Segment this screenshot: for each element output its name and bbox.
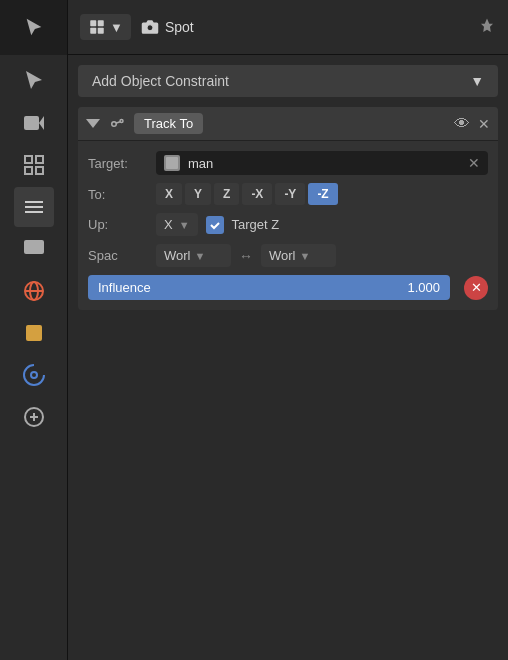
to-label: To: (88, 187, 148, 202)
space-label: Spac (88, 248, 148, 263)
add-constraint-chevron: ▼ (470, 73, 484, 89)
target-object-icon (164, 155, 180, 171)
space-left-dropdown[interactable]: Worl ▼ (156, 244, 231, 267)
topbar-title: Spot (165, 19, 194, 35)
svg-rect-2 (25, 156, 32, 163)
svg-rect-16 (98, 28, 104, 34)
up-caret: ▼ (179, 219, 190, 231)
svg-line-20 (116, 121, 120, 123)
constraint-body: Target: man ✕ To: X Y Z -X -Y (78, 141, 498, 310)
space-left-value: Worl (164, 248, 190, 263)
target-z-label: Target Z (232, 217, 280, 232)
to-axis-z[interactable]: Z (214, 183, 239, 205)
target-label: Target: (88, 156, 148, 171)
constraint-type-icon (108, 115, 126, 133)
target-z-checkbox[interactable] (206, 216, 224, 234)
svg-rect-21 (166, 157, 178, 169)
sidebar-item-grid[interactable] (14, 145, 54, 185)
target-row: Target: man ✕ (88, 151, 488, 175)
svg-rect-15 (90, 28, 96, 34)
svg-point-17 (147, 25, 153, 31)
target-name: man (188, 156, 460, 171)
space-arrow-icon: ↔ (239, 248, 253, 264)
svg-rect-5 (36, 167, 43, 174)
to-axis-group: X Y Z -X -Y -Z (156, 183, 338, 205)
to-axis-x[interactable]: X (156, 183, 182, 205)
svg-rect-6 (24, 240, 44, 254)
influence-row: Influence 1.000 ✕ (88, 275, 488, 300)
to-axis-neg-y[interactable]: -Y (275, 183, 305, 205)
constraint-header: Track To 👁 ✕ (78, 107, 498, 141)
influence-reset-button[interactable]: ✕ (464, 276, 488, 300)
add-constraint-label: Add Object Constraint (92, 73, 229, 89)
constraint-panel: Track To 👁 ✕ Target: man ✕ (78, 107, 498, 310)
to-row: To: X Y Z -X -Y -Z (88, 183, 488, 205)
up-label: Up: (88, 217, 148, 232)
constraint-title: Track To (134, 113, 203, 134)
svg-rect-3 (36, 156, 43, 163)
space-left-caret: ▼ (194, 250, 205, 262)
svg-rect-4 (25, 167, 32, 174)
space-right-caret: ▼ (299, 250, 310, 262)
target-field[interactable]: man ✕ (156, 151, 488, 175)
cursor-icon (23, 17, 45, 39)
sidebar-item-scene[interactable] (14, 229, 54, 269)
up-row: Up: X ▼ Target Z (88, 213, 488, 236)
svg-rect-13 (90, 20, 96, 26)
sidebar-item-world[interactable] (14, 271, 54, 311)
topbar-dropdown-btn[interactable]: ▼ (80, 14, 131, 40)
to-axis-neg-x[interactable]: -X (242, 183, 272, 205)
sidebar-item-object[interactable] (14, 313, 54, 353)
eye-icon[interactable]: 👁 (454, 115, 470, 133)
close-constraint-icon[interactable]: ✕ (478, 116, 490, 132)
svg-point-11 (31, 372, 37, 378)
sidebar-item-cursor[interactable] (14, 61, 54, 101)
sidebar-top (0, 0, 67, 55)
influence-value: 1.000 (407, 280, 440, 295)
to-axis-y[interactable]: Y (185, 183, 211, 205)
topbar: ▼ Spot (68, 0, 508, 55)
pin-icon[interactable] (478, 17, 496, 38)
svg-rect-10 (26, 325, 42, 341)
svg-rect-14 (98, 20, 104, 26)
up-value: X (164, 217, 173, 232)
space-right-dropdown[interactable]: Worl ▼ (261, 244, 336, 267)
camera-icon (141, 18, 159, 36)
space-right-value: Worl (269, 248, 295, 263)
svg-rect-0 (24, 116, 39, 130)
sidebar-item-tools[interactable] (14, 187, 54, 227)
sidebar-item-modifier[interactable] (14, 355, 54, 395)
svg-marker-1 (39, 116, 44, 130)
svg-point-19 (120, 119, 123, 122)
influence-label: Influence (98, 280, 151, 295)
topbar-chevron: ▼ (110, 20, 123, 35)
target-clear-button[interactable]: ✕ (468, 155, 480, 171)
sidebar-item-video[interactable] (14, 103, 54, 143)
topbar-spot: Spot (141, 18, 194, 36)
constraint-header-icons: 👁 ✕ (454, 115, 490, 133)
sidebar-item-data[interactable] (14, 397, 54, 437)
svg-point-18 (112, 121, 117, 126)
sidebar (0, 0, 68, 660)
space-row: Spac Worl ▼ ↔ Worl ▼ (88, 244, 488, 267)
to-axis-neg-z[interactable]: -Z (308, 183, 337, 205)
up-dropdown[interactable]: X ▼ (156, 213, 198, 236)
main-content: Add Object Constraint ▼ Track To 👁 ✕ Tar… (68, 55, 508, 660)
add-constraint-button[interactable]: Add Object Constraint ▼ (78, 65, 498, 97)
influence-bar[interactable]: Influence 1.000 (88, 275, 450, 300)
collapse-triangle[interactable] (86, 119, 100, 128)
